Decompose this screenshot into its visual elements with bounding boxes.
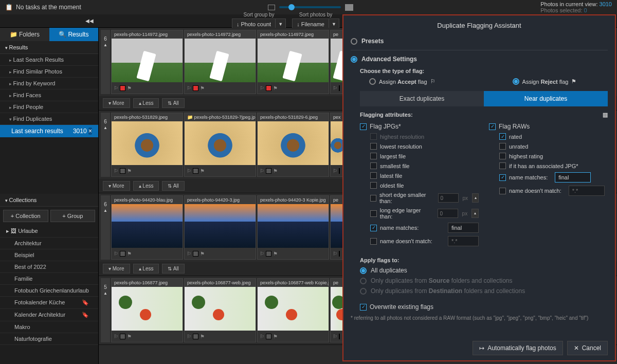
jpg-name-nomatch-checkbox[interactable]: name doesn't match: [360, 234, 479, 248]
raw-name-matches-input[interactable] [555, 172, 591, 183]
color-label[interactable] [193, 85, 198, 91]
thumbnail[interactable]: pexels-photo-94420-3 Kopie.jpg⚐⚑ [257, 195, 329, 260]
color-label[interactable] [266, 85, 271, 91]
flag-jpgs-checkbox[interactable]: Flag JPGs* [360, 121, 479, 132]
apply-all-radio[interactable]: All duplicates [360, 265, 608, 276]
reject-flag-radio[interactable]: Assign Reject flag ⚑ [513, 78, 577, 85]
raw-name-matches-checkbox[interactable]: name matches: [489, 171, 608, 184]
jpg-attr-checkbox[interactable]: highest resolution [360, 132, 479, 141]
raw-attr-checkbox[interactable]: highest rating [489, 151, 608, 161]
color-label[interactable] [120, 168, 125, 174]
sidebar-item-duplicates[interactable]: Find Duplicates [0, 113, 98, 125]
collection-item[interactable]: Architektur [0, 238, 98, 249]
long-edge-input[interactable] [438, 209, 458, 218]
color-label[interactable] [120, 251, 125, 257]
results-section-header[interactable]: Results [0, 41, 98, 54]
tag-icon[interactable]: ⚑ [273, 168, 278, 174]
presets-radio[interactable]: Presets [351, 34, 608, 48]
sidebar-item-last-search[interactable]: Last Search Results [0, 54, 98, 66]
jpg-name-matches-input[interactable] [448, 223, 479, 233]
flag-icon[interactable]: ⚐ [260, 334, 264, 339]
sidebar-item-similar[interactable]: Find Similar Photos [0, 66, 98, 78]
less-button[interactable]: ▴ Less [133, 264, 159, 274]
flag-icon[interactable]: ⚐ [187, 168, 191, 174]
flag-icon[interactable]: ⚐ [187, 85, 191, 91]
thumbnail[interactable]: pexels-photo-531829-6.jpeg⚐⚑ [257, 113, 329, 177]
thumbnail[interactable]: pexels-photo-106877-web Kopie.jpeg⚐⚑ [257, 278, 329, 342]
tag-icon[interactable]: ⚑ [273, 251, 278, 257]
flag-icon[interactable]: ⚐ [333, 168, 337, 174]
raw-name-nomatch-checkbox[interactable]: name doesn't match: [489, 184, 608, 197]
jpg-name-matches-checkbox[interactable]: name matches: [360, 221, 479, 234]
view-large-icon[interactable] [345, 4, 353, 11]
tag-icon[interactable]: ⚑ [273, 85, 278, 91]
tag-icon[interactable]: ⚑ [273, 334, 278, 339]
flag-raws-checkbox[interactable]: Flag RAWs [489, 121, 608, 132]
add-collection-button[interactable]: + Collection [3, 210, 48, 222]
thumbnail[interactable]: 📁 pexels-photo-531829-7jpeg.jpeg⚐⚑ [184, 113, 256, 177]
collection-item[interactable]: Fotobuch Griechenlandurlaub [0, 285, 98, 297]
accept-flag-radio[interactable]: Assign Accept flag ⚐ [369, 78, 435, 85]
jpg-attr-checkbox[interactable]: lowest resolution [360, 141, 479, 151]
jpg-attr-checkbox[interactable]: smallest file [360, 161, 479, 171]
all-button[interactable]: ⇅ All [162, 181, 184, 191]
collection-item[interactable]: Makro [0, 321, 98, 333]
thumbnail[interactable]: pexels-photo-114972.jpeg⚐⚑ [111, 30, 183, 94]
jpg-attr-checkbox[interactable]: latest file [360, 171, 479, 180]
sidebar-item-keyword[interactable]: Find by Keyword [0, 78, 98, 89]
collection-item[interactable]: Beispiel [0, 249, 98, 261]
color-label[interactable] [193, 251, 198, 257]
short-edge-checkbox[interactable]: short edge smaller than:px▴ [360, 190, 479, 206]
raw-attr-checkbox[interactable]: unrated [489, 141, 608, 151]
raw-attr-checkbox[interactable]: rated [489, 132, 608, 141]
color-label[interactable] [339, 334, 340, 339]
color-label[interactable] [120, 85, 125, 91]
tag-icon[interactable]: ⚑ [200, 334, 205, 339]
thumbnail[interactable]: pexels-photo-94420-blau.jpg⚐⚑ [111, 195, 183, 260]
color-label[interactable] [266, 168, 271, 174]
thumbnail[interactable]: pexels-photo-106877-web.jpeg⚐⚑ [184, 278, 256, 342]
advanced-radio[interactable]: Advanced Settings [351, 52, 608, 66]
long-edge-checkbox[interactable]: long edge larger than:px▴ [360, 206, 479, 221]
exact-duplicates-tab[interactable]: Exact duplicates [360, 91, 484, 106]
stepper-icon[interactable]: ▴ [472, 193, 479, 203]
collection-parent[interactable]: ▸ 🖼 Urlaube [0, 225, 98, 238]
flag-icon[interactable]: ⚐ [114, 168, 118, 174]
color-label[interactable] [339, 85, 340, 91]
close-icon[interactable]: × [88, 128, 92, 135]
jpg-attr-checkbox[interactable]: largest file [360, 151, 479, 161]
view-small-icon[interactable] [268, 5, 275, 10]
jpg-attr-checkbox[interactable]: oldest file [360, 180, 479, 190]
color-label[interactable] [266, 334, 271, 339]
color-label[interactable] [266, 251, 271, 257]
all-button[interactable]: ⇅ All [162, 264, 184, 274]
tab-folders[interactable]: 📁 Folders [0, 28, 49, 41]
thumbnail[interactable]: pexels-photo-531829.jpeg⚐⚑ [111, 113, 183, 177]
sidebar-item-people[interactable]: Find People [0, 101, 98, 113]
color-label[interactable] [193, 168, 198, 174]
tag-icon[interactable]: ⚑ [200, 251, 205, 257]
flag-icon[interactable]: ⚐ [333, 334, 337, 339]
thumbnail[interactable]: pexels-photo-114972.jpeg⚐⚑ [184, 30, 256, 94]
overwrite-checkbox[interactable]: Overwrite existing flags [360, 296, 608, 312]
more-button[interactable]: ▾ More [103, 98, 130, 108]
auto-flag-button[interactable]: ↦Automatically flag photos [473, 341, 562, 355]
flag-icon[interactable]: ⚐ [114, 251, 118, 257]
tag-icon[interactable]: ⚑ [127, 334, 132, 339]
less-button[interactable]: ▴ Less [133, 181, 159, 191]
collection-item[interactable]: Familie [0, 273, 98, 285]
near-duplicates-tab[interactable]: Near duplicates [484, 91, 608, 106]
stepper-icon[interactable]: ▴ [471, 209, 479, 218]
flag-icon[interactable]: ⚐ [260, 168, 264, 174]
thumbnail-size-slider[interactable] [279, 6, 341, 8]
collection-item[interactable]: Best of 2022 [0, 261, 98, 273]
collection-item[interactable]: Fotokalender Küche🔖 [0, 297, 98, 309]
raw-name-nomatch-input[interactable] [569, 186, 605, 196]
columns-icon[interactable]: ▥ [603, 112, 608, 118]
less-button[interactable]: ▴ Less [133, 98, 159, 108]
flag-icon[interactable]: ⚐ [187, 334, 191, 339]
flag-icon[interactable]: ⚐ [187, 251, 191, 257]
flag-icon[interactable]: ⚐ [260, 251, 264, 257]
tab-results[interactable]: 🔍 Results [49, 28, 99, 41]
tag-icon[interactable]: ⚑ [127, 168, 132, 174]
